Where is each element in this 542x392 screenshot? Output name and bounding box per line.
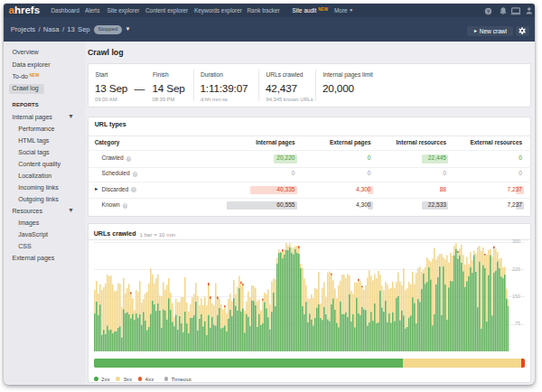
svg-text:?: ? bbox=[487, 7, 491, 14]
